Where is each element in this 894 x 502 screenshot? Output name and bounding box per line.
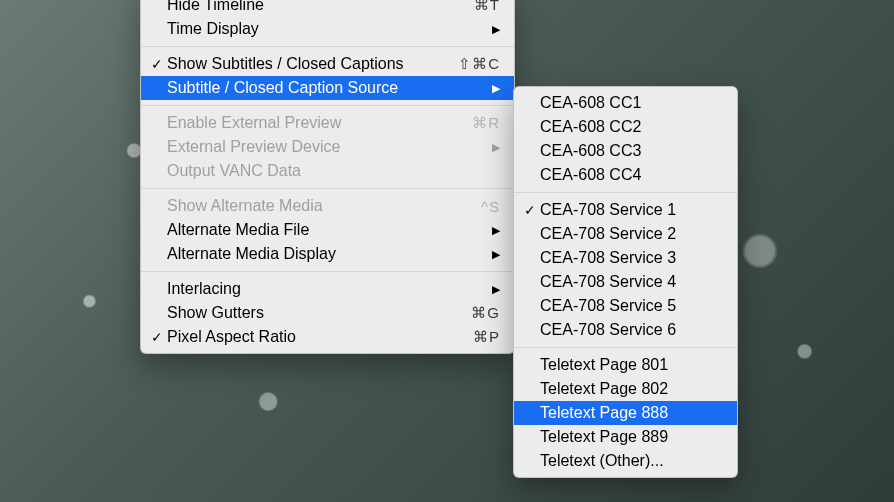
sub-menu-item[interactable]: CEA-708 Service 6 xyxy=(514,318,737,342)
main-menu-item: Output VANC Data xyxy=(141,159,514,183)
menu-item-shortcut: ⌘P xyxy=(473,328,500,346)
submenu-arrow-icon: ▶ xyxy=(492,141,500,154)
sub-menu-item[interactable]: CEA-708 Service 3 xyxy=(514,246,737,270)
main-menu-item[interactable]: Show Gutters⌘G xyxy=(141,301,514,325)
menu-item-shortcut: ⌘R xyxy=(472,114,500,132)
menu-item-label: Output VANC Data xyxy=(165,162,500,180)
main-menu-item[interactable]: ✓Show Subtitles / Closed Captions⇧⌘C xyxy=(141,52,514,76)
sub-menu-item[interactable]: Teletext Page 888 xyxy=(514,401,737,425)
main-menu-item[interactable]: Alternate Media File▶ xyxy=(141,218,514,242)
sub-menu-item[interactable]: CEA-608 CC2 xyxy=(514,115,737,139)
menu-item-shortcut: ⌘G xyxy=(471,304,500,322)
menu-item-label: CEA-608 CC1 xyxy=(538,94,721,112)
main-menu-item[interactable]: Interlacing▶ xyxy=(141,277,514,301)
main-menu-item: External Preview Device▶ xyxy=(141,135,514,159)
main-menu-separator xyxy=(141,188,514,189)
menu-item-shortcut: ^S xyxy=(481,198,500,215)
sub-menu-item[interactable]: CEA-608 CC3 xyxy=(514,139,737,163)
main-menu-separator xyxy=(141,105,514,106)
menu-item-label: CEA-708 Service 4 xyxy=(538,273,721,291)
sub-menu-item[interactable]: Teletext (Other)... xyxy=(514,449,737,473)
menu-item-label: Teletext Page 889 xyxy=(538,428,721,446)
main-menu-item[interactable]: Alternate Media Display▶ xyxy=(141,242,514,266)
sub-menu-item[interactable]: CEA-708 Service 2 xyxy=(514,222,737,246)
menu-item-label: Teletext (Other)... xyxy=(538,452,721,470)
checkmark-icon: ✓ xyxy=(149,329,165,345)
menu-item-label: CEA-708 Service 2 xyxy=(538,225,721,243)
main-menu-item[interactable]: Time Display▶ xyxy=(141,17,514,41)
menu-item-shortcut: ⇧⌘C xyxy=(458,55,500,73)
checkmark-icon: ✓ xyxy=(149,56,165,72)
menu-item-label: Enable External Preview xyxy=(165,114,460,132)
sub-menu-item[interactable]: CEA-708 Service 5 xyxy=(514,294,737,318)
sub-menu-item[interactable]: CEA-708 Service 4 xyxy=(514,270,737,294)
menu-item-label: Show Subtitles / Closed Captions xyxy=(165,55,446,73)
menu-item-label: Teletext Page 801 xyxy=(538,356,721,374)
submenu-arrow-icon: ▶ xyxy=(492,82,500,95)
menu-item-label: Teletext Page 888 xyxy=(538,404,721,422)
menu-item-label: Alternate Media Display xyxy=(165,245,480,263)
main-menu-separator xyxy=(141,46,514,47)
menu-item-label: Subtitle / Closed Caption Source xyxy=(165,79,480,97)
menu-item-label: CEA-608 CC3 xyxy=(538,142,721,160)
context-menu-subtitle-source: CEA-608 CC1CEA-608 CC2CEA-608 CC3CEA-608… xyxy=(513,86,738,478)
submenu-arrow-icon: ▶ xyxy=(492,283,500,296)
menu-item-label: Hide Timeline xyxy=(165,0,462,14)
menu-item-label: Teletext Page 802 xyxy=(538,380,721,398)
submenu-arrow-icon: ▶ xyxy=(492,248,500,261)
menu-item-label: Pixel Aspect Ratio xyxy=(165,328,461,346)
sub-menu-item[interactable]: Teletext Page 889 xyxy=(514,425,737,449)
menu-item-label: External Preview Device xyxy=(165,138,480,156)
menu-item-label: CEA-708 Service 6 xyxy=(538,321,721,339)
sub-menu-item[interactable]: CEA-608 CC4 xyxy=(514,163,737,187)
submenu-arrow-icon: ▶ xyxy=(492,224,500,237)
menu-item-label: CEA-608 CC4 xyxy=(538,166,721,184)
menu-item-label: Alternate Media File xyxy=(165,221,480,239)
menu-item-label: Interlacing xyxy=(165,280,480,298)
sub-menu-item[interactable]: Teletext Page 801 xyxy=(514,353,737,377)
sub-menu-separator xyxy=(514,347,737,348)
main-menu-item[interactable]: ✓Pixel Aspect Ratio⌘P xyxy=(141,325,514,349)
main-menu-item[interactable]: Subtitle / Closed Caption Source▶ xyxy=(141,76,514,100)
menu-item-label: CEA-708 Service 1 xyxy=(538,201,721,219)
menu-item-label: Time Display xyxy=(165,20,480,38)
menu-item-label: Show Gutters xyxy=(165,304,459,322)
submenu-arrow-icon: ▶ xyxy=(492,23,500,36)
menu-item-label: CEA-708 Service 5 xyxy=(538,297,721,315)
sub-menu-separator xyxy=(514,192,737,193)
context-menu-main: Hide Timeline⌘TTime Display▶✓Show Subtit… xyxy=(140,0,515,354)
main-menu-item: Show Alternate Media^S xyxy=(141,194,514,218)
main-menu-separator xyxy=(141,271,514,272)
menu-item-label: Show Alternate Media xyxy=(165,197,469,215)
menu-item-shortcut: ⌘T xyxy=(474,0,500,14)
main-menu-item: Enable External Preview⌘R xyxy=(141,111,514,135)
menu-item-label: CEA-708 Service 3 xyxy=(538,249,721,267)
menu-item-label: CEA-608 CC2 xyxy=(538,118,721,136)
checkmark-icon: ✓ xyxy=(522,202,538,218)
sub-menu-item[interactable]: CEA-608 CC1 xyxy=(514,91,737,115)
main-menu-item[interactable]: Hide Timeline⌘T xyxy=(141,0,514,17)
sub-menu-item[interactable]: ✓CEA-708 Service 1 xyxy=(514,198,737,222)
sub-menu-item[interactable]: Teletext Page 802 xyxy=(514,377,737,401)
